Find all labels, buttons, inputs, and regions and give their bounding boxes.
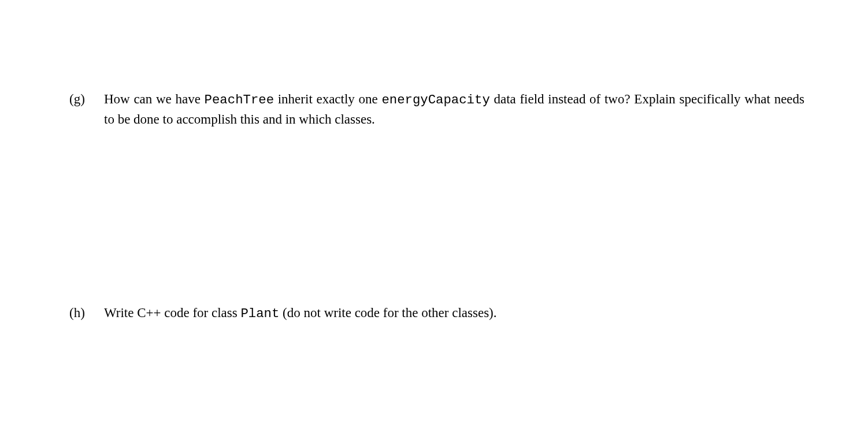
question-h-text-2: (do not write code for the other classes… bbox=[279, 306, 496, 320]
question-h-content: Write C++ code for class Plant (do not w… bbox=[104, 303, 804, 323]
question-h-label: (h) bbox=[69, 303, 104, 323]
question-g-text-1: How can we have bbox=[104, 92, 205, 106]
question-h-text-1: Write C++ code for class bbox=[104, 306, 240, 320]
question-g: (g) How can we have PeachTree inherit ex… bbox=[69, 90, 804, 130]
code-peachtree: PeachTree bbox=[205, 92, 274, 107]
question-g-label: (g) bbox=[69, 90, 104, 110]
question-g-content: How can we have PeachTree inherit exactl… bbox=[104, 90, 804, 130]
code-plant: Plant bbox=[240, 306, 279, 321]
code-energycapacity: energyCapacity bbox=[381, 92, 489, 107]
question-g-text-2: inherit exactly one bbox=[274, 92, 381, 106]
question-h: (h) Write C++ code for class Plant (do n… bbox=[69, 303, 804, 323]
